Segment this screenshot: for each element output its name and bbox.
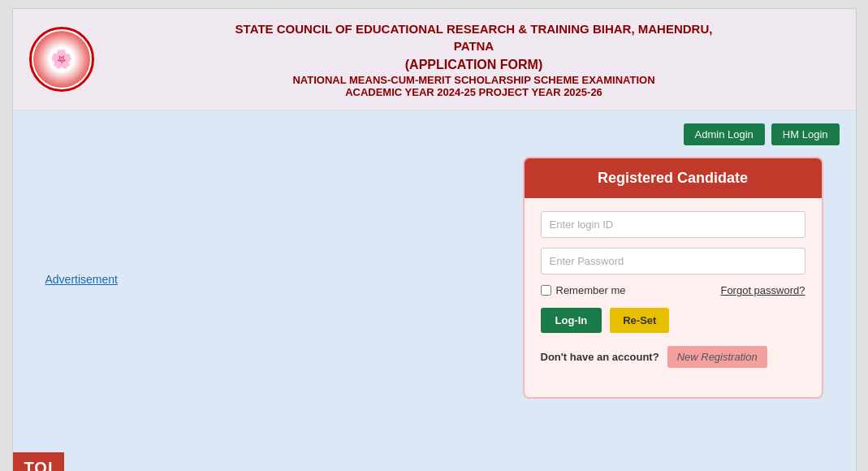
new-registration-button[interactable]: New Registration — [667, 346, 767, 368]
academic-year: ACADEMIC YEAR 2024-25 PROJECT YEAR 2025-… — [109, 86, 840, 98]
login-id-input[interactable] — [541, 211, 805, 238]
remember-me-label: Remember me — [556, 284, 626, 296]
hm-login-button[interactable]: HM Login — [771, 123, 840, 145]
login-card: Registered Candidate Remember me Forgot … — [523, 157, 823, 399]
toi-badge: TOI — [13, 452, 65, 471]
new-registration-row: Don't have an account? New Registration — [541, 346, 805, 368]
login-card-body: Remember me Forgot password? Log-In Re-S… — [525, 198, 822, 381]
logo-emblem: 🌸 — [33, 31, 90, 88]
login-id-group — [541, 211, 805, 238]
password-group — [541, 248, 805, 274]
log-in-button[interactable]: Log-In — [541, 308, 602, 333]
page-header: 🌸 STATE COUNCIL OF EDUCATIONAL RESEARCH … — [13, 9, 856, 110]
remember-left: Remember me — [541, 284, 626, 296]
no-account-label: Don't have an account? — [541, 351, 659, 363]
remember-me-checkbox[interactable] — [541, 285, 551, 296]
header-text-block: STATE COUNCIL OF EDUCATIONAL RESEARCH & … — [109, 20, 840, 98]
admin-login-button[interactable]: Admin Login — [684, 123, 765, 145]
advertisement-link[interactable]: Advertisement — [45, 273, 118, 286]
app-form-title: (APPLICATION FORM) — [109, 58, 840, 72]
login-card-title: Registered Candidate — [525, 158, 822, 198]
scheme-name: NATIONAL MEANS-CUM-MERIT SCHOLARSHIP SCH… — [109, 74, 840, 86]
top-buttons-row: Admin Login HM Login — [29, 123, 840, 145]
forgot-password-link[interactable]: Forgot password? — [720, 284, 805, 296]
password-input[interactable] — [541, 248, 805, 274]
content-area: Admin Login HM Login Registered Candidat… — [13, 110, 856, 471]
org-name-line2: PATNA — [109, 37, 840, 54]
action-buttons: Log-In Re-Set — [541, 308, 805, 333]
remember-row: Remember me Forgot password? — [541, 284, 805, 296]
org-name-line1: STATE COUNCIL OF EDUCATIONAL RESEARCH & … — [109, 20, 840, 37]
logo: 🌸 — [29, 27, 94, 92]
reset-button[interactable]: Re-Set — [610, 308, 669, 333]
